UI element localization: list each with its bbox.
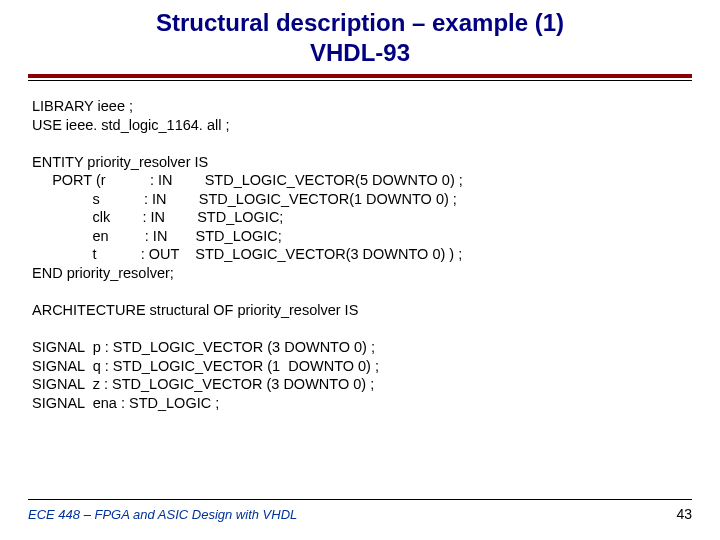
- title-line-1: Structural description – example (1): [156, 9, 564, 36]
- footer: ECE 448 – FPGA and ASIC Design with VHDL…: [28, 499, 692, 522]
- page-number: 43: [676, 506, 692, 522]
- divider-red: [28, 74, 692, 78]
- code-block: LIBRARY ieee ; USE ieee. std_logic_1164.…: [0, 81, 720, 412]
- footer-course: ECE 448 – FPGA and ASIC Design with VHDL: [28, 507, 297, 522]
- title-line-2: VHDL-93: [310, 39, 410, 66]
- slide-title: Structural description – example (1) VHD…: [0, 0, 720, 68]
